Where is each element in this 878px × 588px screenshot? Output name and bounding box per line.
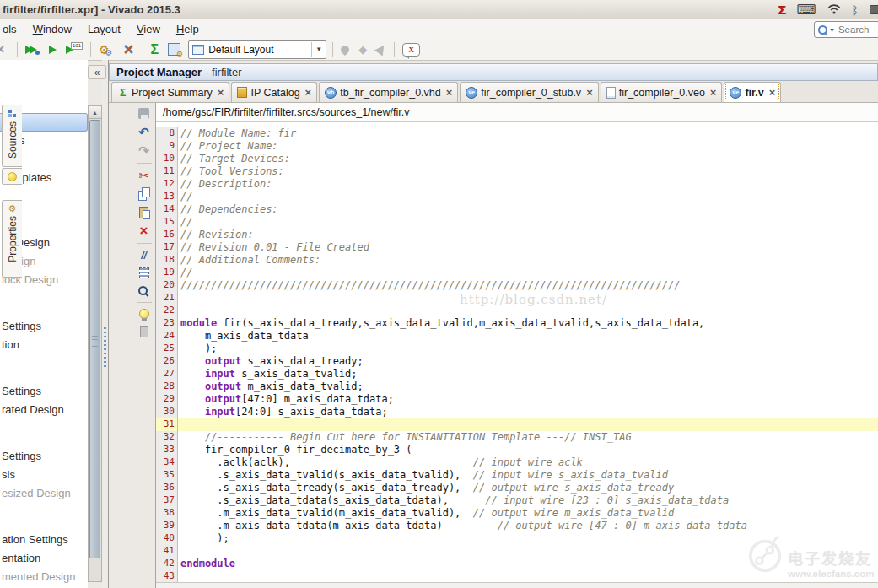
code-line[interactable]: 39 .m_axis_data_tdata(m_axis_data_tdata)… (156, 520, 878, 532)
code-line[interactable]: 34 .aclk(aclk), // input wire aclk (156, 456, 878, 469)
flow-nav-item[interactable]: tion (0, 336, 88, 354)
code-line[interactable]: 31 (156, 418, 878, 431)
code-line[interactable]: 33 fir_compiler_0 fir_decimate_by_3 ( (156, 444, 878, 456)
code-line[interactable]: 11// Tool Versions: (156, 165, 878, 178)
lightbulb-icon[interactable] (137, 308, 151, 321)
tab-IP Catalog[interactable]: IP Catalog× (231, 82, 317, 102)
code-line[interactable]: 40 ); (156, 532, 878, 545)
run-all-button[interactable] (24, 40, 41, 59)
scroll-up-icon[interactable]: ▲ (89, 106, 101, 119)
search-input[interactable] (837, 24, 877, 35)
chevron-down-icon[interactable]: ▼ (829, 27, 835, 33)
flow-nav-item[interactable]: mented Design (0, 568, 88, 586)
run-button[interactable] (47, 40, 58, 59)
comment-icon[interactable]: // (137, 249, 151, 262)
close-tab-icon[interactable]: × (305, 87, 312, 98)
close-tab-icon[interactable]: × (586, 87, 593, 98)
scrollbar-thumb[interactable] (89, 120, 100, 558)
title-bar[interactable]: firfilter/firfilter.xpr] - Vivado 2015.3… (0, 0, 878, 20)
panel-splitter[interactable] (102, 60, 109, 588)
flow-nav-item[interactable]: rated Design (0, 401, 88, 419)
flow-nav-item[interactable]: ation Settings (0, 531, 88, 549)
code-line[interactable]: 38 .m_axis_data_tvalid(m_axis_data_tvali… (156, 507, 878, 520)
flow-nav-item[interactable]: Settings (0, 447, 88, 466)
close-tab-icon[interactable]: × (710, 87, 717, 98)
flow-navigator-scrollbar[interactable]: ▲ (88, 105, 102, 582)
delete-icon[interactable]: × (137, 224, 151, 238)
code-line[interactable]: 14// Dependencies: (156, 203, 878, 216)
code-line[interactable]: 26 output s_axis_data_tready; (156, 355, 878, 368)
code-line[interactable]: 32 //----------- Begin Cut here for INST… (156, 431, 878, 444)
battery-icon[interactable] (870, 5, 878, 14)
search-box[interactable]: ▼ (814, 21, 878, 38)
find-icon[interactable] (137, 283, 151, 297)
code-line[interactable]: 17// Revision 0.01 - File Created (156, 241, 878, 254)
flow-nav-item[interactable]: Settings (0, 382, 88, 401)
tools-icon[interactable] (121, 40, 137, 59)
code-line[interactable]: 15// (156, 216, 878, 229)
dropdown-arrow-icon[interactable]: ▼ (311, 42, 326, 57)
bluetooth-icon[interactable]: ᛒ (852, 3, 859, 17)
menu-item-help[interactable]: Help (176, 23, 199, 35)
wifi-icon[interactable] (827, 3, 841, 18)
code-line[interactable]: 27 input s_axis_data_tvalid; (156, 368, 878, 380)
code-line[interactable]: 28 output m_axis_data_tvalid; (156, 380, 878, 393)
code-line[interactable]: 35 .s_axis_data_tvalid(s_axis_data_tvali… (156, 469, 878, 482)
code-line[interactable]: 12// Description: (156, 178, 878, 191)
code-line[interactable]: 19// (156, 267, 878, 279)
copy-icon[interactable] (137, 187, 151, 201)
menu-item-window[interactable]: Window (33, 23, 72, 35)
code-line[interactable]: 36 .s_axis_data_tready(s_axis_data_tread… (156, 482, 878, 494)
code-line[interactable]: 37 .s_axis_data_tdata(s_axis_data_tdata)… (156, 494, 878, 507)
code-editor[interactable]: 8// Module Name: fir9// Project Name:10/… (156, 122, 878, 582)
code-line[interactable]: 41 (156, 545, 878, 558)
close-tab-icon[interactable]: × (446, 87, 453, 98)
save-icon[interactable] (137, 107, 151, 121)
tab-tb_fir_compiler_0.vhd[interactable]: vhtb_fir_compiler_0.vhd× (319, 82, 458, 102)
code-line[interactable]: 23module fir(s_axis_data_tready,s_axis_d… (156, 317, 878, 330)
cut-icon[interactable]: ✂ (137, 169, 151, 182)
tab-templates-lamp[interactable] (2, 168, 22, 185)
menu-item-view[interactable]: View (137, 23, 160, 35)
tab-Project Summary[interactable]: ΣProject Summary× (111, 82, 229, 102)
template-icon[interactable] (140, 326, 148, 337)
code-line[interactable]: 25 ); (156, 343, 878, 355)
red-logo-icon[interactable]: Σ (778, 3, 785, 17)
code-line[interactable]: 30 input[24:0] s_axis_data_tdata; (156, 406, 878, 418)
code-line[interactable]: 22 (156, 305, 878, 317)
code-line[interactable]: 24 m_axis_data_tdata (156, 330, 878, 343)
tab-fir_compiler_0.veo[interactable]: fir_compiler_0.veo× (601, 82, 723, 102)
code-line[interactable]: 16// Revision: (156, 229, 878, 241)
feedback-bubble-icon[interactable]: X (401, 40, 422, 59)
layout-selector[interactable]: Default Layout ▼ (188, 40, 326, 59)
undo-icon[interactable]: ↶ (137, 126, 151, 139)
code-line[interactable]: 29 output[47:0] m_axis_data_tdata; (156, 393, 878, 406)
run-to-bitstream-button[interactable]: 101 (64, 40, 84, 59)
code-line[interactable]: 18// Additional Comments: (156, 254, 878, 267)
code-line[interactable]: 20//////////////////////////////////////… (156, 279, 878, 292)
tab-sources[interactable]: Sources (2, 105, 22, 167)
code-line[interactable]: 13// (156, 191, 878, 203)
tab-fir_compiler_0_stub.v[interactable]: vefir_compiler_0_stub.v× (460, 82, 598, 102)
menu-item-layout[interactable]: Layout (88, 23, 121, 35)
collapse-sidebar-button[interactable]: « (88, 65, 106, 79)
flow-nav-item[interactable]: Settings (0, 317, 88, 336)
redo-icon[interactable]: ↷ (137, 144, 151, 158)
code-line[interactable]: 42endmodule (156, 558, 878, 570)
paste-icon[interactable] (137, 206, 151, 219)
flow-nav-item[interactable]: sis (0, 466, 88, 484)
layout-settings-button[interactable]: ⚙ (166, 40, 182, 59)
close-tab-icon[interactable]: × (769, 87, 776, 98)
close-tab-icon[interactable]: × (218, 87, 224, 98)
keyboard-icon[interactable]: ⌨ (797, 3, 816, 17)
code-line[interactable]: 9// Project Name: (156, 140, 878, 153)
code-line[interactable]: 8// Module Name: fir (156, 127, 878, 140)
code-line[interactable]: 21 (156, 292, 878, 305)
settings-gears-icon[interactable]: ⚙⚙ (97, 40, 115, 59)
code-line[interactable]: 43 (156, 570, 878, 582)
code-line[interactable]: 10// Target Devices: (156, 153, 878, 165)
block-select-icon[interactable] (139, 267, 149, 278)
tab-fir.v[interactable]: vefir.v× (724, 82, 781, 102)
flow-nav-item[interactable]: entation (0, 549, 88, 568)
flow-nav-item[interactable]: esized Design (0, 484, 88, 503)
